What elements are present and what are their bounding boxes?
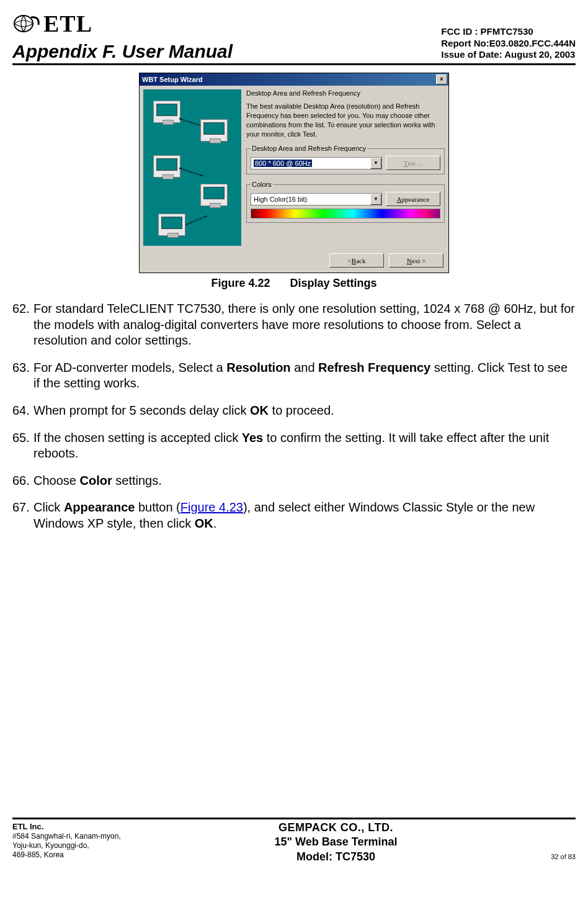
chevron-down-icon[interactable]: ▼	[370, 194, 381, 205]
colors-legend: Colors	[251, 181, 273, 188]
report-no: Report No:E03.0820.FCC.444N	[441, 38, 576, 50]
footer-company: ETL Inc.	[12, 822, 121, 832]
dialog-title: WBT Setup Wizard	[142, 76, 203, 83]
monitor-icon	[200, 119, 228, 142]
resolution-dropdown[interactable]: 800 * 600 @ 60Hz ▼	[251, 157, 382, 169]
step-number: 63.	[12, 360, 33, 392]
page-number: 32 of 83	[551, 853, 576, 864]
logo-text: ETL	[43, 10, 92, 37]
doc-meta: FCC ID : PFMTC7530 Report No:E03.0820.FC…	[441, 26, 576, 61]
instruction-step: 67.Click Appearance button (Figure 4.23)…	[12, 500, 576, 531]
footer-product: 15" Web Base Terminal	[275, 835, 398, 849]
resolution-legend: Desktop Area and Refresh Frequency	[251, 145, 367, 152]
logo: ETL	[12, 10, 233, 37]
section-description: The best available Desktop Area (resolut…	[246, 102, 445, 138]
monitor-icon	[200, 184, 228, 206]
page-title: Appendix F. User Manual	[12, 41, 233, 62]
step-text: For standard TeleCLIENT TC7530, there is…	[33, 301, 576, 349]
step-number: 67.	[12, 500, 33, 531]
footer-addr1: #584 Sangwhal-ri, Kanam-myon,	[12, 832, 121, 841]
chevron-down-icon[interactable]: ▼	[370, 158, 381, 169]
footer-company-block: ETL Inc. #584 Sangwhal-ri, Kanam-myon, Y…	[12, 822, 121, 860]
step-text: For AD-converter models, Select a Resolu…	[33, 360, 576, 392]
instruction-list: 62.For standard TeleCLIENT TC7530, there…	[12, 301, 576, 543]
test-button[interactable]: Test ...	[386, 156, 440, 170]
resolution-value: 800 * 600 @ 60Hz	[254, 160, 312, 167]
instruction-step: 63.For AD-converter models, Select a Res…	[12, 360, 576, 392]
monitor-icon	[158, 214, 185, 236]
step-number: 65.	[12, 430, 33, 462]
close-button[interactable]: ×	[436, 74, 447, 84]
resolution-group: Desktop Area and Refresh Frequency 800 *…	[246, 145, 445, 174]
step-number: 64.	[12, 403, 33, 419]
footer-addr3: 469-885, Korea	[12, 850, 121, 860]
color-value: High Color(16 bit)	[254, 196, 307, 203]
instruction-step: 64.When prompt for 5 seconds delay click…	[12, 403, 576, 419]
step-text: When prompt for 5 seconds delay click OK…	[33, 403, 576, 419]
footer-model: Model: TC7530	[275, 850, 398, 864]
instruction-step: 66.Choose Color settings.	[12, 473, 576, 489]
appearance-button[interactable]: Appearance	[386, 192, 440, 206]
footer-addr2: Yoju-kun, Kyounggi-do,	[12, 841, 121, 850]
step-number: 62.	[12, 301, 33, 349]
figure-number: Figure 4.22	[211, 277, 270, 289]
next-button[interactable]: Next >	[389, 253, 443, 268]
figure-title: Display Settings	[290, 277, 377, 289]
fcc-id: FCC ID : PFMTC7530	[441, 26, 576, 38]
footer-product-block: GEMPACK CO., LTD. 15" Web Base Terminal …	[275, 821, 398, 864]
issue-date: Issue of Date: August 20, 2003	[441, 49, 576, 61]
monitor-icon	[153, 155, 180, 178]
step-number: 66.	[12, 473, 33, 489]
color-dropdown[interactable]: High Color(16 bit) ▼	[251, 193, 382, 205]
instruction-step: 65.If the chosen setting is accepted cli…	[12, 430, 576, 462]
wizard-sidebar-illustration	[143, 89, 241, 246]
monitor-icon	[153, 101, 180, 123]
step-text: Click Appearance button (Figure 4.23), a…	[33, 500, 576, 531]
back-button[interactable]: < Back	[329, 253, 384, 268]
svg-point-0	[14, 16, 33, 32]
wbt-setup-wizard-dialog: WBT Setup Wizard × Desktop Area and Refr…	[139, 73, 449, 273]
footer-gempack: GEMPACK CO., LTD.	[275, 821, 398, 835]
section-heading: Desktop Area and Refresh Frequency	[246, 89, 445, 97]
step-text: Choose Color settings.	[33, 473, 576, 489]
colors-group: Colors High Color(16 bit) ▼ Appearance	[246, 181, 445, 223]
color-spectrum	[251, 209, 440, 219]
step-text: If the chosen setting is accepted click …	[33, 430, 576, 462]
instruction-step: 62.For standard TeleCLIENT TC7530, there…	[12, 301, 576, 349]
logo-globe-icon	[12, 14, 40, 34]
figure-caption: Figure 4.22Display Settings	[12, 277, 576, 290]
